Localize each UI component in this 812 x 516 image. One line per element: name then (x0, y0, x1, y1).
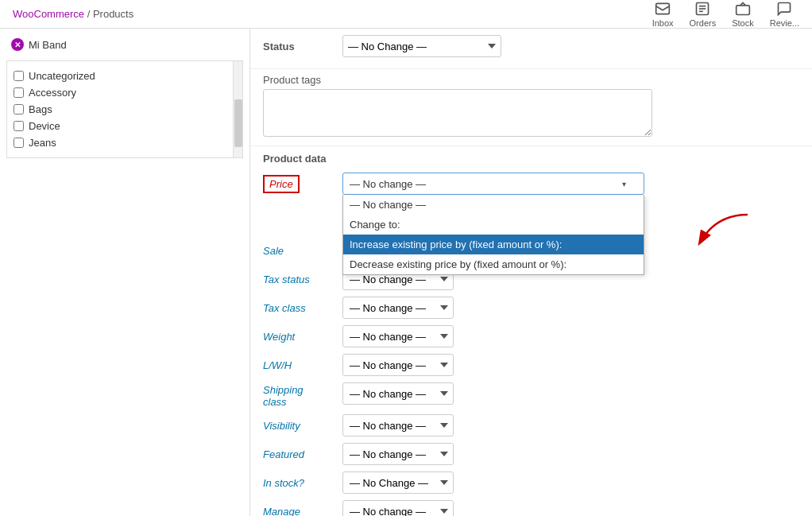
selected-product-item: ✕ Mi Band (6, 35, 243, 54)
right-panel: Status — No Change — Product tags Produc… (250, 29, 812, 516)
category-bags-checkbox[interactable] (14, 104, 24, 114)
category-bags-label: Bags (29, 103, 52, 115)
featured-field-row: Featured — No change — (263, 443, 799, 465)
categories-panel: Uncategorized Accessory Bags Device Jean… (7, 61, 233, 157)
status-field-row: Status — No Change — (263, 35, 799, 57)
product-name: Mi Band (29, 39, 67, 51)
dropdown-option-decrease[interactable]: Decrease existing price by (fixed amount… (343, 254, 644, 274)
inbox-icon-button[interactable]: Inbox (652, 1, 674, 28)
woocommerce-link[interactable]: WooCommerce (13, 8, 84, 20)
tax-class-label: Tax class (263, 302, 342, 314)
tax-status-label: Tax status (263, 274, 342, 285)
category-accessory-label: Accessory (29, 87, 76, 99)
status-select[interactable]: — No Change — (342, 35, 501, 57)
top-icons-bar: Inbox Orders Stock Revie... (652, 1, 799, 28)
price-label: Price (263, 175, 300, 193)
orders-label: Orders (690, 18, 717, 28)
lwh-select[interactable]: — No change — (342, 354, 454, 376)
scrollbar-thumb (234, 99, 242, 147)
stock-label: Stock (732, 18, 754, 28)
weight-select[interactable]: — No change — (342, 325, 454, 347)
featured-select[interactable]: — No change — (342, 443, 454, 465)
status-label: Status (263, 41, 342, 52)
category-device-label: Device (29, 120, 60, 132)
categories-scrollbar[interactable] (233, 61, 242, 157)
price-dropdown-trigger[interactable]: — No change — ▾ (342, 173, 644, 195)
category-bags[interactable]: Bags (7, 101, 233, 118)
price-dropdown-value: — No change — (350, 178, 426, 190)
category-accessory[interactable]: Accessory (7, 84, 233, 101)
tax-class-select[interactable]: — No change — (342, 297, 454, 319)
dropdown-option-change-to[interactable]: Change to: (343, 215, 644, 235)
visibility-select[interactable]: — No change — (342, 414, 454, 436)
reviews-label: Revie... (770, 18, 799, 28)
weight-label: Weight (263, 331, 342, 343)
category-jeans[interactable]: Jeans (7, 134, 233, 151)
category-device-checkbox[interactable] (14, 121, 24, 131)
visibility-label: Visibility (263, 420, 342, 432)
tax-class-field-row: Tax class — No change — (263, 297, 799, 319)
price-field-row: Price — No change — ▾ — No change — Chan… (263, 173, 799, 195)
category-uncategorized-checkbox[interactable] (14, 71, 24, 81)
category-device[interactable]: Device (7, 118, 233, 134)
price-dropdown-container: — No change — ▾ — No change — Change to:… (342, 173, 644, 195)
manage-field-row: Manage — No change — (263, 500, 799, 516)
dropdown-option-no-change[interactable]: — No change — (343, 195, 644, 215)
in-stock-select[interactable]: — No Change — (342, 471, 454, 494)
category-accessory-checkbox[interactable] (14, 87, 24, 98)
remove-item-button[interactable]: ✕ (11, 38, 24, 51)
product-data-title: Product data (263, 153, 799, 165)
product-tags-textarea[interactable] (263, 89, 652, 137)
featured-label: Featured (263, 448, 342, 460)
manage-label: Manage (263, 506, 342, 517)
shipping-class-label: Shipping class (263, 382, 342, 408)
in-stock-label: In stock? (263, 477, 342, 489)
category-uncategorized[interactable]: Uncategorized (7, 68, 233, 84)
lwh-field-row: L/W/H — No change — (263, 354, 799, 376)
lwh-label: L/W/H (263, 359, 342, 371)
reviews-icon-button[interactable]: Revie... (770, 1, 799, 28)
price-dropdown-menu: — No change — Change to: Increase existi… (342, 195, 644, 275)
shipping-class-select[interactable]: — No change — (342, 382, 454, 405)
shipping-class-field-row: Shipping class — No change — (263, 382, 799, 408)
dropdown-option-increase[interactable]: Increase existing price by (fixed amount… (343, 235, 644, 254)
inbox-label: Inbox (652, 18, 674, 28)
left-panel: ✕ Mi Band Uncategorized Accessory Bags (0, 29, 250, 516)
category-jeans-label: Jeans (29, 137, 56, 149)
svg-rect-5 (737, 5, 750, 14)
manage-select[interactable]: — No change — (342, 500, 454, 516)
breadcrumb: WooCommerce / Products (13, 8, 133, 20)
sale-label: Sale (263, 245, 342, 257)
visibility-field-row: Visibility — No change — (263, 414, 799, 436)
product-tags-label: Product tags (263, 74, 799, 86)
stock-icon-button[interactable]: Stock (732, 1, 754, 28)
in-stock-field-row: In stock? — No Change — (263, 471, 799, 494)
chevron-down-icon: ▾ (622, 180, 626, 188)
category-jeans-checkbox[interactable] (14, 138, 24, 148)
weight-field-row: Weight — No change — (263, 325, 799, 347)
svg-rect-0 (656, 3, 670, 14)
category-uncategorized-label: Uncategorized (29, 70, 95, 82)
orders-icon-button[interactable]: Orders (690, 1, 717, 28)
